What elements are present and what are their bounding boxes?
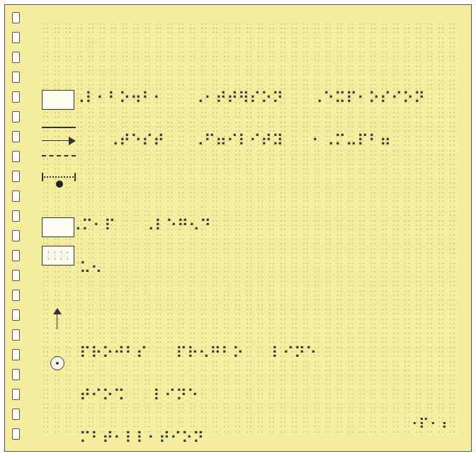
binding-hole — [12, 230, 20, 241]
binding-hole — [12, 171, 20, 182]
braille-text-overlay: ⠠⠇⠂⠃⠕⠲⠃⠂ ⠠⠂⠞⠞⠻⠎⠕⠝ ⠠⠑⠭⠏⠂⠕⠎⠊⠕⠝ ⠠⠞⠑⠎⠞ ⠠⠋⠶⠊⠇… — [42, 21, 457, 456]
binding-hole — [12, 349, 20, 360]
binding-hole — [12, 290, 20, 301]
binding-hole — [12, 190, 20, 202]
legend-text-1: ⠥⠢ — [79, 259, 102, 277]
binding-hole — [12, 210, 20, 222]
binding-hole — [12, 250, 20, 261]
title-line-2: ⠠⠞⠑⠎⠞ ⠠⠋⠶⠊⠇⠊⠞⠽ ⠂⠠⠍⠤⠏⠃⠶ — [42, 134, 457, 148]
legend-symbol-dashed-line — [42, 155, 76, 156]
legend-symbol-empty-box — [42, 217, 74, 237]
braille-document-page: ⠠⠇⠂⠃⠕⠲⠃⠂ ⠠⠂⠞⠞⠻⠎⠕⠝ ⠠⠑⠭⠏⠂⠕⠎⠊⠕⠝ ⠠⠞⠑⠎⠞ ⠠⠋⠶⠊⠇… — [4, 4, 472, 452]
legend-symbol-arrow-up — [53, 308, 62, 329]
binding-hole — [12, 329, 20, 341]
binding-hole — [12, 91, 20, 103]
legend-text-2: ⠏⠗⠕⠚⠃⠎ ⠏⠗⠢⠛⠃⠕ ⠇⠊⠝⠑ — [79, 344, 317, 362]
binding-hole — [12, 131, 20, 142]
binding-hole — [12, 389, 20, 400]
binding-hole — [12, 428, 20, 440]
title-line-1: ⠠⠇⠂⠃⠕⠲⠃⠂ ⠠⠂⠞⠞⠻⠎⠕⠝ ⠠⠑⠭⠏⠂⠕⠎⠊⠕⠝ — [42, 91, 457, 106]
legend-symbol-solid-line — [42, 127, 76, 128]
legend-symbol-filled-dot — [56, 181, 63, 188]
map-legend-heading: ⠠⠍⠂⠏ ⠠⠇⠑⠛⠢⠙ — [70, 217, 212, 234]
legend-text-3: ⠞⠊⠕⠩ ⠇⠊⠝⠑ — [79, 387, 198, 404]
binding-hole — [12, 12, 20, 23]
legend-symbol-arrow-right — [42, 137, 76, 145]
binding-hole — [12, 369, 20, 380]
legend-symbol-gauge-line — [42, 175, 76, 181]
legend-symbol-dotted-box — [42, 246, 74, 266]
binding-hole — [12, 111, 20, 122]
binding-hole — [12, 32, 20, 43]
page-number: ⠐⠏⠂⠆ — [407, 416, 453, 433]
binding-hole — [12, 270, 20, 281]
binding-hole — [12, 409, 20, 420]
binding-hole — [12, 151, 20, 162]
legend-text-4: ⠍⠃⠞⠂⠇⠇⠂⠞⠊⠕⠝ — [79, 429, 204, 447]
legend-symbol-circle-dot — [50, 356, 64, 370]
binding-hole — [12, 309, 20, 321]
legend-symbol-filled-box — [42, 90, 74, 110]
spiral-binding — [12, 12, 22, 444]
binding-hole — [12, 72, 20, 83]
binding-hole — [12, 52, 20, 63]
